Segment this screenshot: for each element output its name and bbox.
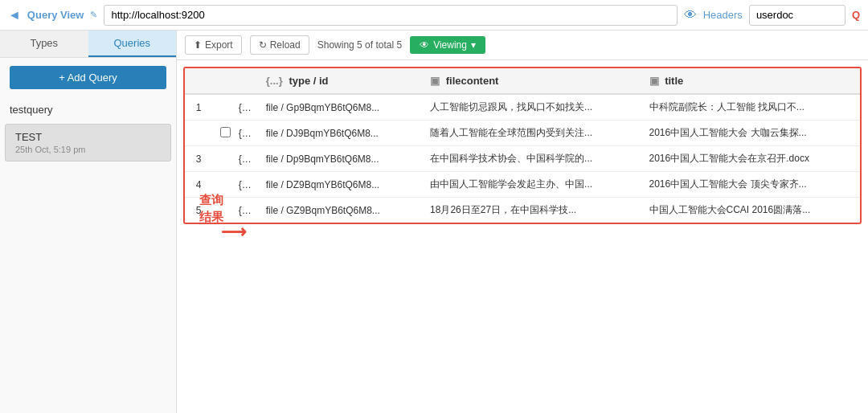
cell-filecontent: 在中国科学技术协会、中国科学院的...	[422, 146, 641, 172]
index-input[interactable]	[749, 5, 845, 26]
col-title-label: title	[665, 75, 683, 87]
col-checkbox	[212, 68, 231, 94]
cell-title: 中科院副院长：人工智能 找风口不...	[641, 94, 860, 121]
col-expand-header	[231, 68, 258, 94]
row-checkbox[interactable]	[212, 198, 231, 223]
content-area: ⬆ Export ↻ Reload Showing 5 of total 5 👁…	[177, 31, 868, 413]
row-checkbox[interactable]	[212, 146, 231, 172]
query-name: TEST	[15, 131, 161, 143]
cell-filecontent: 随着人工智能在全球范围内受到关注...	[422, 121, 641, 146]
url-input[interactable]	[104, 5, 677, 26]
headers-link[interactable]: Headers	[703, 9, 743, 21]
cell-title: 中国人工智能大会CCAI 2016圆满落...	[641, 198, 860, 223]
edit-icon[interactable]: ✎	[90, 10, 97, 20]
expand-icon[interactable]: {...}	[231, 94, 258, 121]
cell-title: 2016中国人工智能大会在京召开.docx	[641, 146, 860, 172]
table-row[interactable]: 4 {...} file / DZ9BqmYB6tQ6M8... 由中国人工智能…	[185, 172, 860, 198]
row-number: 3	[185, 146, 212, 172]
row-checkbox[interactable]	[212, 121, 231, 146]
query-date: 25th Oct, 5:19 pm	[15, 145, 161, 154]
sidebar-tabs: Types Queries	[0, 31, 176, 58]
sidebar: Types Queries + Add Query testquery TEST…	[0, 31, 177, 413]
results-container: {...} type / id ▣ filecontent ▣ title	[177, 60, 868, 413]
expand-icon[interactable]: {...}	[231, 198, 258, 223]
row-number: 1	[185, 94, 212, 121]
cell-title: 2016中国人工智能大会 顶尖专家齐...	[641, 172, 860, 198]
query-icon[interactable]: Q	[852, 9, 860, 21]
cell-type-id: file / DJ9BqmYB6tQ6M8...	[258, 121, 422, 146]
expand-icon[interactable]: {...}	[231, 172, 258, 198]
list-item[interactable]: TEST 25th Oct, 5:19 pm	[5, 124, 171, 162]
row-checkbox[interactable]	[212, 94, 231, 121]
viewing-button[interactable]: 👁 Viewing ▾	[410, 36, 485, 54]
reload-icon: ↻	[259, 39, 267, 51]
cell-filecontent: 人工智能切忌跟风，找风口不如找关...	[422, 94, 641, 121]
reload-label: Reload	[270, 39, 301, 51]
tab-queries[interactable]: Queries	[88, 31, 177, 57]
add-query-button[interactable]: + Add Query	[10, 66, 166, 89]
row-number: 5	[185, 198, 212, 223]
col-filecontent-header: ▣ filecontent	[422, 68, 641, 94]
list-item[interactable]: testquery	[0, 97, 176, 124]
cell-type-id: file / Dp9BqmYB6tQ6M8...	[258, 146, 422, 172]
row-number: 4	[185, 172, 212, 198]
share-icon[interactable]: ◄	[8, 8, 21, 22]
col-type-id-header: {...} type / id	[258, 68, 422, 94]
table-row[interactable]: 1 {...} file / Gp9BqmYB6tQ6M8... 人工智能切忌跟…	[185, 94, 860, 121]
type-id-icon: {...}	[266, 75, 283, 87]
annotation-arrow: ⟶	[221, 222, 247, 243]
table-row[interactable]: {...} file / DJ9BqmYB6tQ6M8... 随着人工智能在全球…	[185, 121, 860, 146]
results-table: {...} type / id ▣ filecontent ▣ title	[185, 68, 860, 223]
export-button[interactable]: ⬆ Export	[185, 35, 242, 55]
chevron-down-icon: ▾	[471, 39, 476, 51]
results-table-wrapper: {...} type / id ▣ filecontent ▣ title	[183, 67, 862, 224]
toolbar: ⬆ Export ↻ Reload Showing 5 of total 5 👁…	[177, 31, 868, 60]
table-row[interactable]: 3 {...} file / Dp9BqmYB6tQ6M8... 在中国科学技术…	[185, 146, 860, 172]
col-title-header: ▣ title	[641, 68, 860, 94]
viewing-label: Viewing	[433, 39, 467, 51]
cell-type-id: file / Gp9BqmYB6tQ6M8...	[258, 94, 422, 121]
query-view-title: Query View	[27, 9, 84, 21]
cell-filecontent: 18月26日至27日，在中国科学技...	[422, 198, 641, 223]
col-num	[185, 68, 212, 94]
col-filecontent-label: filecontent	[446, 75, 499, 87]
cell-title: 2016中国人工智能大会 大咖云集探...	[641, 121, 860, 146]
expand-icon[interactable]: {...}	[231, 146, 258, 172]
filecontent-icon: ▣	[430, 75, 440, 87]
showing-text: Showing 5 of total 5	[317, 39, 402, 51]
query-name: testquery	[10, 104, 166, 116]
table-row[interactable]: 5 {...} file / GZ9BqmYB6tQ6M8... 18月26日至…	[185, 198, 860, 223]
export-label: Export	[205, 39, 233, 51]
row-checkbox[interactable]	[212, 172, 231, 198]
eye-icon-viewing: 👁	[420, 39, 429, 51]
cell-type-id: file / GZ9BqmYB6tQ6M8...	[258, 198, 422, 223]
export-icon: ⬆	[194, 39, 202, 51]
main-layout: Types Queries + Add Query testquery TEST…	[0, 31, 868, 413]
table-header-row: {...} type / id ▣ filecontent ▣ title	[185, 68, 860, 94]
col-type-id-label: type / id	[289, 75, 328, 87]
reload-button[interactable]: ↻ Reload	[250, 35, 309, 55]
row-number	[185, 121, 212, 146]
expand-icon[interactable]: {...}	[231, 121, 258, 146]
eye-icon[interactable]: 👁	[684, 8, 697, 22]
cell-filecontent: 由中国人工智能学会发起主办、中国...	[422, 172, 641, 198]
top-bar: ◄ Query View ✎ 👁 Headers Q	[0, 0, 868, 31]
cell-type-id: file / DZ9BqmYB6tQ6M8...	[258, 172, 422, 198]
tab-types[interactable]: Types	[0, 31, 88, 57]
title-icon: ▣	[649, 75, 659, 87]
